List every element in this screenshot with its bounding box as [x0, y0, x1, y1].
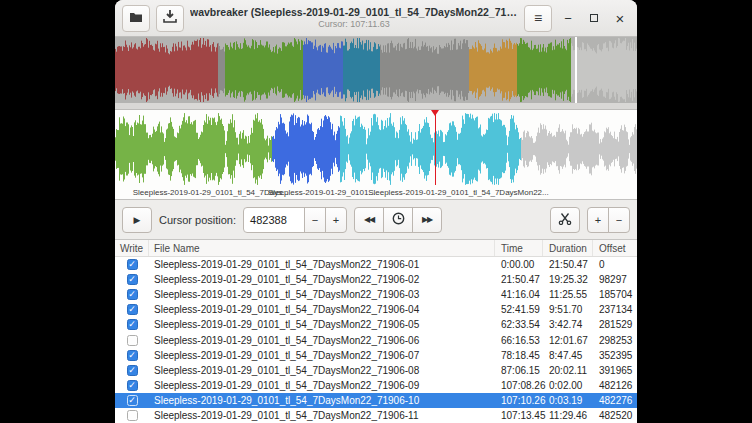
write-checkbox[interactable]: ✓ [127, 380, 138, 391]
close-button[interactable]: × [610, 8, 630, 28]
track-table: Write File Name Time Duration Offset ✓Sl… [115, 240, 637, 423]
time-cell: 107:10.26 [495, 395, 543, 406]
folder-icon [129, 9, 143, 27]
cursor-line [435, 110, 436, 185]
titlebar: wavbreaker (Sleepless-2019-01-29_0101_tl… [115, 0, 637, 37]
minimize-button[interactable]: − [558, 8, 578, 28]
detail-waveform[interactable]: Sleepless-2019-01-29_0101_tl_54_7Days...… [115, 110, 637, 200]
file-name-cell: Sleepless-2019-01-29_0101_tl_54_7DaysMon… [149, 335, 495, 346]
write-checkbox[interactable] [127, 335, 138, 346]
table-row[interactable]: ✓Sleepless-2019-01-29_0101_tl_54_7DaysMo… [115, 317, 637, 332]
offset-cell: 185704 [593, 289, 637, 300]
cursor-decrement-button[interactable]: − [304, 207, 326, 233]
cut-track-button[interactable] [550, 207, 580, 233]
maximize-icon [590, 14, 598, 22]
write-checkbox[interactable]: ✓ [127, 365, 138, 376]
cursor-status: Cursor: 107:11.63 [190, 19, 518, 30]
remove-break-button[interactable]: − [608, 207, 630, 233]
offset-cell: 352395 [593, 350, 637, 361]
write-checkbox[interactable]: ✓ [127, 395, 138, 406]
offset-cell: 281529 [593, 319, 637, 330]
seek-forward-icon: ▶▶ [422, 215, 432, 224]
table-row[interactable]: ✓Sleepless-2019-01-29_0101_tl_54_7DaysMo… [115, 272, 637, 287]
table-row[interactable]: ✓Sleepless-2019-01-29_0101_tl_54_7DaysMo… [115, 302, 637, 317]
write-checkbox[interactable]: ✓ [127, 304, 138, 315]
jump-to-time-button[interactable] [383, 207, 413, 233]
overview-waveform[interactable] [115, 37, 637, 103]
header-file-name[interactable]: File Name [149, 240, 495, 256]
write-checkbox[interactable] [127, 410, 138, 421]
save-button[interactable] [156, 5, 184, 32]
offset-cell: 98297 [593, 274, 637, 285]
add-break-button[interactable]: + [587, 207, 609, 233]
track-label: Sleepless-2019-01-29_0101_tl_54_7Days... [133, 188, 289, 197]
time-cell: 41:16.04 [495, 289, 543, 300]
table-row[interactable]: ✓Sleepless-2019-01-29_0101_tl_54_7DaysMo… [115, 393, 637, 408]
duration-cell: 0:03.19 [543, 395, 593, 406]
offset-cell: 482520 [593, 410, 637, 421]
play-icon: ▶ [134, 215, 141, 225]
write-checkbox[interactable]: ✓ [127, 259, 138, 270]
time-cell: 52:41.59 [495, 304, 543, 315]
titlebar-center: wavbreaker (Sleepless-2019-01-29_0101_tl… [190, 6, 518, 29]
close-icon: × [616, 10, 625, 27]
time-cell: 66:16.53 [495, 335, 543, 346]
duration-cell: 11:29.46 [543, 410, 593, 421]
track-table-body: ✓Sleepless-2019-01-29_0101_tl_54_7DaysMo… [115, 257, 637, 423]
maximize-button[interactable] [584, 8, 604, 28]
file-name-cell: Sleepless-2019-01-29_0101_tl_54_7DaysMon… [149, 380, 495, 391]
wavbreaker-window: wavbreaker (Sleepless-2019-01-29_0101_tl… [115, 0, 637, 423]
open-file-button[interactable] [122, 5, 150, 32]
seek-forward-button[interactable]: ▶▶ [412, 207, 442, 233]
time-cell: 21:50.47 [495, 274, 543, 285]
header-duration[interactable]: Duration [543, 240, 593, 256]
track-label: Sleepless-2019-01-29_0101_tl_54_7DaysMon… [368, 188, 549, 197]
file-name-cell: Sleepless-2019-01-29_0101_tl_54_7DaysMon… [149, 350, 495, 361]
time-cell: 62:33.54 [495, 319, 543, 330]
table-row[interactable]: ✓Sleepless-2019-01-29_0101_tl_54_7DaysMo… [115, 348, 637, 363]
offset-cell: 0 [593, 259, 637, 270]
table-row[interactable]: ✓Sleepless-2019-01-29_0101_tl_54_7DaysMo… [115, 378, 637, 393]
time-cell: 107:13.45 [495, 410, 543, 421]
file-name-cell: Sleepless-2019-01-29_0101_tl_54_7DaysMon… [149, 289, 495, 300]
table-row[interactable]: ✓Sleepless-2019-01-29_0101_tl_54_7DaysMo… [115, 257, 637, 272]
desktop-background: wavbreaker (Sleepless-2019-01-29_0101_tl… [0, 0, 752, 423]
file-name-cell: Sleepless-2019-01-29_0101_tl_54_7DaysMon… [149, 259, 495, 270]
window-title: wavbreaker (Sleepless-2019-01-29_0101_tl… [190, 6, 518, 19]
play-button[interactable]: ▶ [122, 207, 152, 233]
offset-cell: 391965 [593, 365, 637, 376]
table-row[interactable]: Sleepless-2019-01-29_0101_tl_54_7DaysMon… [115, 408, 637, 423]
time-cell: 0:00.00 [495, 259, 543, 270]
duration-cell: 9:51.70 [543, 304, 593, 315]
minimize-icon: − [564, 11, 572, 26]
menu-button[interactable]: ≡ [524, 5, 552, 32]
cursor-position-input[interactable]: 482388 [243, 207, 305, 233]
seek-backward-icon: ◀◀ [364, 215, 374, 224]
hamburger-menu-icon: ≡ [534, 10, 542, 26]
write-checkbox[interactable]: ✓ [127, 289, 138, 300]
time-cell: 87:06.15 [495, 365, 543, 376]
header-write[interactable]: Write [115, 240, 149, 256]
write-checkbox[interactable]: ✓ [127, 274, 138, 285]
table-row[interactable]: ✓Sleepless-2019-01-29_0101_tl_54_7DaysMo… [115, 363, 637, 378]
write-checkbox[interactable]: ✓ [127, 319, 138, 330]
cursor-position-label: Cursor position: [159, 214, 236, 226]
duration-cell: 0:02.00 [543, 380, 593, 391]
save-icon [163, 9, 177, 27]
table-row[interactable]: Sleepless-2019-01-29_0101_tl_54_7DaysMon… [115, 332, 637, 347]
overview-playhead[interactable] [575, 37, 577, 103]
cursor-marker-icon[interactable] [431, 110, 439, 116]
time-cell: 107:08.26 [495, 380, 543, 391]
file-name-cell: Sleepless-2019-01-29_0101_tl_54_7DaysMon… [149, 274, 495, 285]
write-checkbox[interactable]: ✓ [127, 350, 138, 361]
scissors-icon [558, 212, 572, 227]
table-row[interactable]: ✓Sleepless-2019-01-29_0101_tl_54_7DaysMo… [115, 287, 637, 302]
header-time[interactable]: Time [495, 240, 543, 256]
duration-cell: 3:42.74 [543, 319, 593, 330]
duration-cell: 8:47.45 [543, 350, 593, 361]
cursor-increment-button[interactable]: + [325, 207, 347, 233]
seek-backward-button[interactable]: ◀◀ [354, 207, 384, 233]
toolbar: ▶ Cursor position: 482388 − + ◀◀ [115, 200, 637, 240]
waveform-separator [115, 103, 637, 110]
header-offset[interactable]: Offset [593, 240, 637, 256]
